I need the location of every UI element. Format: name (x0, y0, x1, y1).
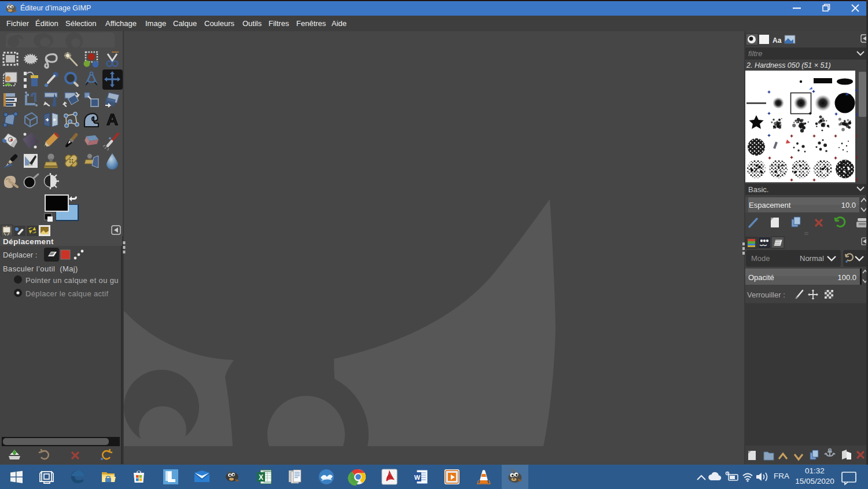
svg-text:Basic.: Basic. (748, 185, 768, 194)
svg-text:2. Hardness 050 (51 × 51): 2. Hardness 050 (51 × 51) (746, 61, 831, 69)
svg-text:Aa: Aa (773, 36, 782, 45)
svg-text:filtre: filtre (748, 49, 763, 58)
svg-text:100.0: 100.0 (837, 273, 856, 282)
svg-text:Normal: Normal (800, 254, 824, 263)
svg-text:W: W (414, 474, 421, 481)
svg-text:Mode: Mode (751, 254, 770, 263)
svg-text:Verrouiller :: Verrouiller : (747, 291, 785, 299)
svg-text:10.0: 10.0 (841, 201, 856, 209)
svg-text:A: A (106, 111, 118, 128)
svg-text:Opacité: Opacité (748, 273, 774, 282)
svg-text:Espacement: Espacement (749, 201, 791, 209)
svg-text:X: X (259, 473, 263, 481)
